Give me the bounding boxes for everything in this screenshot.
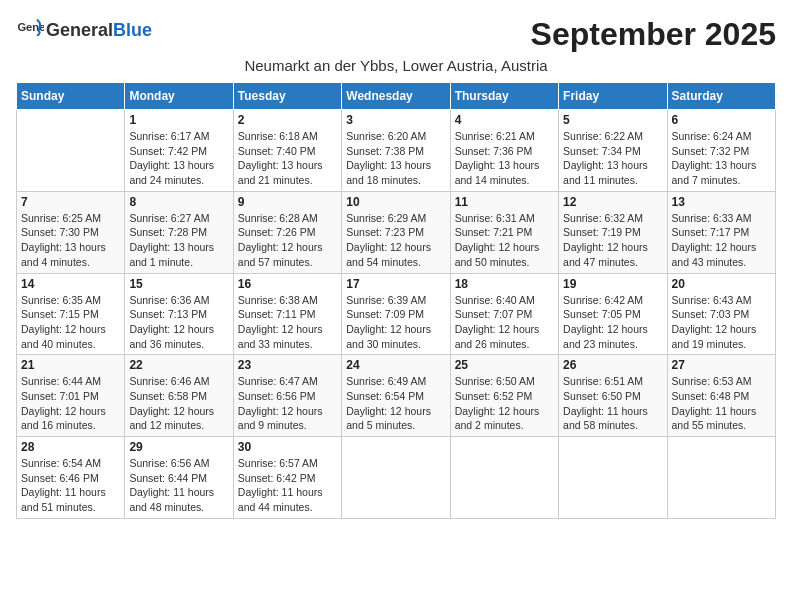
week-row-4: 28Sunrise: 6:54 AM Sunset: 6:46 PM Dayli…	[17, 437, 776, 519]
day-info: Sunrise: 6:29 AM Sunset: 7:23 PM Dayligh…	[346, 211, 445, 270]
calendar-cell: 21Sunrise: 6:44 AM Sunset: 7:01 PM Dayli…	[17, 355, 125, 437]
day-number: 2	[238, 113, 337, 127]
calendar-cell: 23Sunrise: 6:47 AM Sunset: 6:56 PM Dayli…	[233, 355, 341, 437]
calendar-cell: 13Sunrise: 6:33 AM Sunset: 7:17 PM Dayli…	[667, 191, 775, 273]
day-info: Sunrise: 6:46 AM Sunset: 6:58 PM Dayligh…	[129, 374, 228, 433]
day-info: Sunrise: 6:27 AM Sunset: 7:28 PM Dayligh…	[129, 211, 228, 270]
day-number: 9	[238, 195, 337, 209]
calendar-cell: 9Sunrise: 6:28 AM Sunset: 7:26 PM Daylig…	[233, 191, 341, 273]
day-number: 27	[672, 358, 771, 372]
calendar-cell: 20Sunrise: 6:43 AM Sunset: 7:03 PM Dayli…	[667, 273, 775, 355]
calendar-cell: 18Sunrise: 6:40 AM Sunset: 7:07 PM Dayli…	[450, 273, 558, 355]
calendar-cell	[450, 437, 558, 519]
calendar-cell: 14Sunrise: 6:35 AM Sunset: 7:15 PM Dayli…	[17, 273, 125, 355]
logo-icon: General	[16, 16, 44, 44]
day-info: Sunrise: 6:44 AM Sunset: 7:01 PM Dayligh…	[21, 374, 120, 433]
day-info: Sunrise: 6:36 AM Sunset: 7:13 PM Dayligh…	[129, 293, 228, 352]
day-info: Sunrise: 6:18 AM Sunset: 7:40 PM Dayligh…	[238, 129, 337, 188]
day-number: 24	[346, 358, 445, 372]
week-row-0: 1Sunrise: 6:17 AM Sunset: 7:42 PM Daylig…	[17, 110, 776, 192]
day-info: Sunrise: 6:24 AM Sunset: 7:32 PM Dayligh…	[672, 129, 771, 188]
day-number: 1	[129, 113, 228, 127]
day-number: 12	[563, 195, 662, 209]
day-info: Sunrise: 6:20 AM Sunset: 7:38 PM Dayligh…	[346, 129, 445, 188]
day-info: Sunrise: 6:43 AM Sunset: 7:03 PM Dayligh…	[672, 293, 771, 352]
header: General GeneralBlue September 2025	[16, 16, 776, 53]
calendar-cell	[17, 110, 125, 192]
day-info: Sunrise: 6:51 AM Sunset: 6:50 PM Dayligh…	[563, 374, 662, 433]
calendar-cell: 28Sunrise: 6:54 AM Sunset: 6:46 PM Dayli…	[17, 437, 125, 519]
calendar-cell: 17Sunrise: 6:39 AM Sunset: 7:09 PM Dayli…	[342, 273, 450, 355]
calendar-cell	[342, 437, 450, 519]
day-info: Sunrise: 6:50 AM Sunset: 6:52 PM Dayligh…	[455, 374, 554, 433]
logo: General GeneralBlue	[16, 16, 152, 44]
calendar-cell: 30Sunrise: 6:57 AM Sunset: 6:42 PM Dayli…	[233, 437, 341, 519]
calendar-cell	[559, 437, 667, 519]
day-info: Sunrise: 6:57 AM Sunset: 6:42 PM Dayligh…	[238, 456, 337, 515]
day-number: 18	[455, 277, 554, 291]
day-info: Sunrise: 6:39 AM Sunset: 7:09 PM Dayligh…	[346, 293, 445, 352]
weekday-header-friday: Friday	[559, 83, 667, 110]
calendar-cell: 11Sunrise: 6:31 AM Sunset: 7:21 PM Dayli…	[450, 191, 558, 273]
calendar: SundayMondayTuesdayWednesdayThursdayFrid…	[16, 82, 776, 519]
day-number: 17	[346, 277, 445, 291]
day-info: Sunrise: 6:49 AM Sunset: 6:54 PM Dayligh…	[346, 374, 445, 433]
day-number: 26	[563, 358, 662, 372]
calendar-cell: 2Sunrise: 6:18 AM Sunset: 7:40 PM Daylig…	[233, 110, 341, 192]
day-info: Sunrise: 6:21 AM Sunset: 7:36 PM Dayligh…	[455, 129, 554, 188]
day-info: Sunrise: 6:32 AM Sunset: 7:19 PM Dayligh…	[563, 211, 662, 270]
calendar-cell: 29Sunrise: 6:56 AM Sunset: 6:44 PM Dayli…	[125, 437, 233, 519]
day-info: Sunrise: 6:17 AM Sunset: 7:42 PM Dayligh…	[129, 129, 228, 188]
day-number: 30	[238, 440, 337, 454]
calendar-cell: 27Sunrise: 6:53 AM Sunset: 6:48 PM Dayli…	[667, 355, 775, 437]
day-number: 5	[563, 113, 662, 127]
calendar-cell: 8Sunrise: 6:27 AM Sunset: 7:28 PM Daylig…	[125, 191, 233, 273]
day-info: Sunrise: 6:28 AM Sunset: 7:26 PM Dayligh…	[238, 211, 337, 270]
day-info: Sunrise: 6:22 AM Sunset: 7:34 PM Dayligh…	[563, 129, 662, 188]
week-row-2: 14Sunrise: 6:35 AM Sunset: 7:15 PM Dayli…	[17, 273, 776, 355]
logo-general-text: General	[46, 20, 113, 40]
day-info: Sunrise: 6:53 AM Sunset: 6:48 PM Dayligh…	[672, 374, 771, 433]
calendar-cell	[667, 437, 775, 519]
day-info: Sunrise: 6:40 AM Sunset: 7:07 PM Dayligh…	[455, 293, 554, 352]
month-title: September 2025	[531, 16, 776, 53]
day-info: Sunrise: 6:35 AM Sunset: 7:15 PM Dayligh…	[21, 293, 120, 352]
calendar-cell: 3Sunrise: 6:20 AM Sunset: 7:38 PM Daylig…	[342, 110, 450, 192]
title-right: September 2025	[531, 16, 776, 53]
day-number: 21	[21, 358, 120, 372]
weekday-header-wednesday: Wednesday	[342, 83, 450, 110]
weekday-header-monday: Monday	[125, 83, 233, 110]
calendar-cell: 26Sunrise: 6:51 AM Sunset: 6:50 PM Dayli…	[559, 355, 667, 437]
calendar-cell: 15Sunrise: 6:36 AM Sunset: 7:13 PM Dayli…	[125, 273, 233, 355]
day-number: 20	[672, 277, 771, 291]
weekday-header-row: SundayMondayTuesdayWednesdayThursdayFrid…	[17, 83, 776, 110]
day-number: 7	[21, 195, 120, 209]
calendar-cell: 4Sunrise: 6:21 AM Sunset: 7:36 PM Daylig…	[450, 110, 558, 192]
location: Neumarkt an der Ybbs, Lower Austria, Aus…	[16, 57, 776, 74]
day-info: Sunrise: 6:56 AM Sunset: 6:44 PM Dayligh…	[129, 456, 228, 515]
day-number: 14	[21, 277, 120, 291]
day-number: 19	[563, 277, 662, 291]
weekday-header-saturday: Saturday	[667, 83, 775, 110]
weekday-header-sunday: Sunday	[17, 83, 125, 110]
day-number: 22	[129, 358, 228, 372]
day-number: 3	[346, 113, 445, 127]
day-number: 4	[455, 113, 554, 127]
day-info: Sunrise: 6:54 AM Sunset: 6:46 PM Dayligh…	[21, 456, 120, 515]
calendar-cell: 10Sunrise: 6:29 AM Sunset: 7:23 PM Dayli…	[342, 191, 450, 273]
calendar-cell: 7Sunrise: 6:25 AM Sunset: 7:30 PM Daylig…	[17, 191, 125, 273]
day-info: Sunrise: 6:47 AM Sunset: 6:56 PM Dayligh…	[238, 374, 337, 433]
day-number: 25	[455, 358, 554, 372]
calendar-cell: 6Sunrise: 6:24 AM Sunset: 7:32 PM Daylig…	[667, 110, 775, 192]
calendar-cell: 12Sunrise: 6:32 AM Sunset: 7:19 PM Dayli…	[559, 191, 667, 273]
day-number: 13	[672, 195, 771, 209]
day-number: 23	[238, 358, 337, 372]
day-number: 8	[129, 195, 228, 209]
calendar-cell: 24Sunrise: 6:49 AM Sunset: 6:54 PM Dayli…	[342, 355, 450, 437]
day-number: 16	[238, 277, 337, 291]
weekday-header-thursday: Thursday	[450, 83, 558, 110]
weekday-header-tuesday: Tuesday	[233, 83, 341, 110]
day-number: 29	[129, 440, 228, 454]
day-number: 11	[455, 195, 554, 209]
day-info: Sunrise: 6:33 AM Sunset: 7:17 PM Dayligh…	[672, 211, 771, 270]
